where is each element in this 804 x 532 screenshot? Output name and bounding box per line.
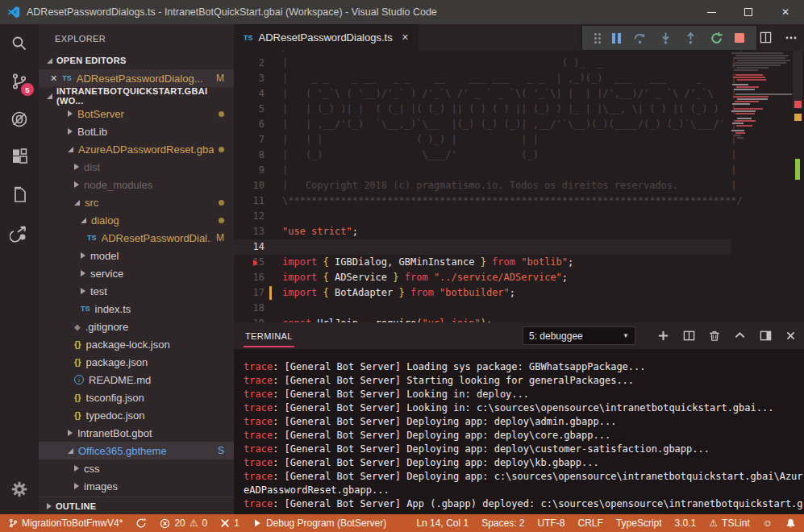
code-line-2[interactable]: 2| ( )_ _ | <box>234 56 731 71</box>
more-actions-icon[interactable] <box>785 31 798 44</box>
cursor-position[interactable]: Ln 14, Col 1 <box>416 517 469 529</box>
language-mode[interactable]: TypeScript <box>616 517 662 529</box>
tree-item-package-lock-json[interactable]: {}package-lock.json <box>39 335 234 353</box>
tree-item-office365-gbtheme[interactable]: Office365.gbthemeS <box>39 442 234 459</box>
tree-item-label: css <box>84 463 100 475</box>
step-out-button[interactable] <box>684 31 698 45</box>
tree-item-label: BotServer <box>77 108 124 120</box>
tree-item-css[interactable]: css <box>39 459 234 477</box>
code-line-16[interactable]: 16import { ADService } from "../service/… <box>234 270 731 285</box>
code-line-17[interactable]: 17import { BotAdapter } from "botbuilder… <box>234 285 731 301</box>
sync-item[interactable] <box>135 517 147 529</box>
encoding[interactable]: UTF-8 <box>538 517 565 529</box>
code-line-7[interactable]: 7| | | ( )_) | | | | <box>234 132 731 148</box>
tree-item-intranetbot-gbot[interactable]: IntranetBot.gbot <box>39 424 234 442</box>
maximize-panel-icon[interactable] <box>734 330 746 342</box>
terminal-output[interactable]: trace: [General Bot Server] Loading sys … <box>234 349 804 514</box>
tools-item[interactable]: 1 <box>220 517 240 529</box>
tree-item-images[interactable]: images <box>39 477 234 495</box>
code-line-3[interactable]: 3| _ _ _ __ _ _ __ ___ ___ _ _ | ,_)(_) … <box>234 71 731 86</box>
restart-button[interactable] <box>710 31 723 45</box>
outline-header[interactable]: OUTLINE <box>39 497 234 514</box>
open-editor-item[interactable]: ✕ TS ADResetPasswordDialog... M <box>39 69 234 87</box>
terminal-select[interactable]: 5: debuggee ▼ <box>523 326 635 345</box>
problems-item[interactable]: 20 ⚠ 0 <box>160 517 207 529</box>
step-over-button[interactable] <box>633 31 647 45</box>
extensions-icon[interactable] <box>0 138 39 176</box>
line-number: 12 <box>234 209 265 224</box>
code-line-11[interactable]: 11\*************************************… <box>234 193 731 209</box>
status-bar: MigrationToBotFmwV4* 20 ⚠ 0 1 Debug Pr <box>0 514 804 532</box>
debug-status-item[interactable]: Debug Program (BotServer) <box>252 517 386 529</box>
code-line-15[interactable]: 15import { IGBDialog, GBMinInstance } fr… <box>234 255 731 270</box>
typescript-version[interactable]: 3.0.1 <box>675 517 697 529</box>
tree-item-test[interactable]: test <box>39 282 234 300</box>
code-line-9[interactable]: 9| | <box>234 163 731 178</box>
open-editors-header[interactable]: OPEN EDITORS <box>39 52 234 69</box>
close-button[interactable]: ✕ <box>767 0 804 24</box>
new-terminal-icon[interactable] <box>657 330 669 342</box>
tree-item-botserver[interactable]: BotServer <box>39 105 234 123</box>
tree-item-dist[interactable]: dist <box>39 158 234 176</box>
code-line-6[interactable]: 6| | ,__/'(_) `\__,_)`\__ |(_) (_) (_)| … <box>234 117 731 132</box>
tree-item-package-json[interactable]: {}package.json <box>39 353 234 371</box>
tree-item-node-modules[interactable]: node_modules <box>39 176 234 193</box>
code-editor[interactable]: 1/**************************************… <box>234 51 804 322</box>
search-icon[interactable] <box>0 24 39 62</box>
pause-button[interactable] <box>612 33 621 44</box>
split-terminal-icon[interactable] <box>683 330 695 342</box>
code-line-14[interactable]: 14 <box>234 239 731 255</box>
code-line-10[interactable]: 10| Copyright 2018 (c) pragmatismo.io. T… <box>234 178 731 193</box>
debug-icon[interactable] <box>0 100 39 138</box>
feedback-smiley-icon[interactable]: ☺ <box>763 517 773 529</box>
tree-item-readme-md[interactable]: iREADME.md <box>39 371 234 389</box>
tree-item--gitignore[interactable]: ◆.gitignore <box>39 318 234 335</box>
settings-gear-icon[interactable] <box>0 470 39 508</box>
tree-item-label: .gitignore <box>85 321 128 333</box>
tree-item-dialog[interactable]: dialog <box>39 211 234 229</box>
drag-handle-icon[interactable] <box>594 33 601 44</box>
toggle-panel-icon[interactable] <box>760 330 772 342</box>
git-branch-item[interactable]: MigrationToBotFmwV4* <box>8 517 123 529</box>
overview-ruler[interactable] <box>791 51 804 322</box>
tree-item-botlib[interactable]: BotLib <box>39 123 234 140</box>
indentation[interactable]: Spaces: 2 <box>481 517 524 529</box>
tree-item-typedoc-json[interactable]: {}typedoc.json <box>39 406 234 424</box>
close-editor-icon[interactable]: ✕ <box>50 73 57 84</box>
tree-item-src[interactable]: src <box>39 193 234 211</box>
terminal-tab[interactable]: TERMINAL <box>244 325 294 347</box>
eol-sequence[interactable]: CRLF <box>578 517 603 529</box>
code-line-19[interactable]: 19const UrlJoin = require("url-join"); <box>234 316 731 322</box>
pages-icon[interactable] <box>0 176 39 214</box>
chevron-down-icon: ▼ <box>623 332 629 339</box>
minimap[interactable] <box>731 52 791 322</box>
step-into-button[interactable] <box>659 31 673 45</box>
tree-item-index-ts[interactable]: TSindex.ts <box>39 300 234 318</box>
tree-item-azureadpasswordreset-gba-[interactable]: AzureADPasswordReset.gba... <box>39 140 234 158</box>
split-editor-icon[interactable] <box>760 31 772 44</box>
code-text: import { BotAdapter } from "botbuilder"; <box>265 285 515 301</box>
code-line-12[interactable]: 12 <box>234 209 731 224</box>
source-control-icon[interactable]: 5 <box>0 62 39 100</box>
kill-terminal-icon[interactable] <box>709 330 720 342</box>
code-line-5[interactable]: 5| | (_) )| | ( (_| |( (_) || ( ) ( ) ||… <box>234 102 731 117</box>
tree-item-adresetpassworddial-[interactable]: TSADResetPasswordDial...M <box>39 229 234 247</box>
tree-item-service[interactable]: service <box>39 264 234 282</box>
close-panel-icon[interactable] <box>785 330 796 341</box>
code-line-13[interactable]: 13"use strict"; <box>234 224 731 239</box>
minimize-button[interactable] <box>693 0 730 24</box>
code-line-18[interactable]: 18 <box>234 301 731 316</box>
workspace-header[interactable]: INTRANETBOTQUICKSTART.GBAI (WO... <box>39 87 234 105</box>
tree-item-model[interactable]: model <box>39 247 234 264</box>
terminal-line: trace: [General Bot Server] Deploying ap… <box>244 415 804 429</box>
code-line-4[interactable]: 4| ( '_`\ ( '__)/'_` ) /'_`\ /' _ ` _ `\… <box>234 86 731 102</box>
stop-button[interactable] <box>735 33 744 43</box>
code-line-8[interactable]: 8| (_) \___/' (_) | <box>234 148 731 163</box>
tslint-item[interactable]: ⚠ TSLint <box>709 517 749 529</box>
notifications-bell-icon[interactable] <box>785 517 796 529</box>
share-icon[interactable] <box>0 214 39 251</box>
tree-item-tsconfig-json[interactable]: {}tsconfig.json <box>39 389 234 406</box>
maximize-button[interactable] <box>730 0 767 24</box>
tab-adresetpassworddialogs[interactable]: TS ADResetPasswordDialogs.ts ✕ <box>234 24 419 51</box>
tab-close-icon[interactable]: ✕ <box>402 32 409 43</box>
